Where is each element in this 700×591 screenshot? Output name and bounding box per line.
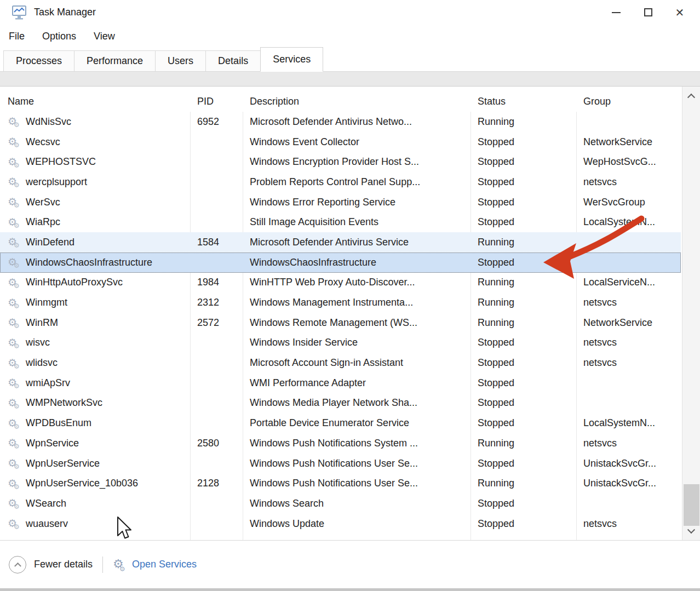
service-name: Wecsvc: [26, 136, 60, 148]
service-status: Running: [471, 277, 576, 288]
column-header-description[interactable]: Description: [243, 96, 471, 112]
service-row[interactable]: ⚙⚙ Wecsvc Windows Event Collector Stoppe…: [0, 132, 681, 152]
service-group: netsvcs: [576, 176, 681, 188]
tab-processes[interactable]: Processes: [3, 50, 74, 71]
tab-details[interactable]: Details: [205, 50, 261, 71]
maximize-icon: [644, 8, 652, 16]
service-status: Stopped: [471, 197, 576, 208]
service-name: WiaRpc: [26, 216, 60, 228]
minimize-button[interactable]: [600, 0, 632, 25]
service-gear-icon: ⚙⚙: [8, 216, 22, 229]
service-row[interactable]: ⚙⚙ WerSvc Windows Error Reporting Servic…: [0, 192, 681, 213]
service-gear-icon: ⚙⚙: [8, 135, 22, 148]
services-gear-icon: ⚙⚙: [113, 558, 128, 571]
service-row[interactable]: ⚙⚙ WMPNetworkSvc Windows Media Player Ne…: [0, 393, 681, 414]
fewer-details-button[interactable]: Fewer details: [9, 556, 93, 573]
service-status: Running: [471, 116, 576, 128]
service-gear-icon: ⚙⚙: [8, 196, 22, 209]
menu-file[interactable]: File: [8, 27, 26, 45]
service-group: netsvcs: [576, 357, 681, 369]
column-header-group[interactable]: Group: [576, 96, 681, 112]
service-name: WMPNetworkSvc: [26, 397, 102, 409]
service-group: LocalServiceN...: [576, 277, 681, 288]
service-row[interactable]: ⚙⚙ WpnUserService_10b036 2128 Windows Pu…: [0, 473, 681, 494]
service-group: NetworkService: [576, 136, 681, 148]
service-pid: 2572: [190, 317, 243, 329]
service-description: Windows Push Notifications User Se...: [243, 458, 471, 469]
window-controls: ✕: [600, 0, 696, 25]
service-name: WinHttpAutoProxySvc: [26, 277, 123, 288]
service-row[interactable]: ⚙⚙ WdNisSvc 6952 Microsoft Defender Anti…: [0, 112, 681, 132]
service-description: Still Image Acquisition Events: [243, 216, 471, 228]
window-title: Task Manager: [34, 7, 96, 18]
close-button[interactable]: ✕: [664, 0, 696, 25]
service-gear-icon: ⚙⚙: [8, 156, 22, 169]
service-name: WpnUserService_10b036: [26, 478, 138, 489]
open-services-link[interactable]: ⚙⚙ Open Services: [113, 558, 197, 571]
service-description: Windows Insider Service: [243, 337, 471, 348]
tab-users[interactable]: Users: [155, 50, 206, 71]
service-name: wisvc: [26, 337, 50, 348]
service-row[interactable]: ⚙⚙ WEPHOSTSVC Windows Encryption Provide…: [0, 152, 681, 172]
service-pid: 2312: [190, 297, 243, 308]
service-row[interactable]: ⚙⚙ wuauserv Windows Update Stopped netsv…: [0, 514, 681, 534]
service-status: Stopped: [471, 498, 576, 509]
column-header-pid[interactable]: PID: [190, 96, 243, 112]
service-row[interactable]: ⚙⚙ wercplsupport Problem Reports Control…: [0, 172, 681, 192]
service-pid: 2580: [190, 438, 243, 449]
tab-services[interactable]: Services: [260, 47, 323, 72]
service-row[interactable]: ⚙⚙ WinDefend 1584 Microsoft Defender Ant…: [0, 232, 681, 253]
service-group: LocalSystemN...: [576, 216, 681, 228]
service-status: Stopped: [471, 156, 576, 168]
service-row[interactable]: ⚙⚙ WinHttpAutoProxySvc 1984 WinHTTP Web …: [0, 273, 681, 293]
service-row[interactable]: ⚙⚙ wlidsvc Microsoft Account Sign-in Ass…: [0, 353, 681, 373]
service-row[interactable]: ⚙⚙ WindowsChaosInfrastructure WindowsCha…: [0, 253, 681, 273]
service-row[interactable]: ⚙⚙ Winmgmt 2312 Windows Management Instr…: [0, 292, 681, 313]
service-row[interactable]: ⚙⚙ WiaRpc Still Image Acquisition Events…: [0, 212, 681, 232]
menu-options[interactable]: Options: [41, 27, 77, 45]
service-group: WerSvcGroup: [576, 197, 681, 208]
service-name: WinDefend: [26, 237, 74, 248]
tab-bar: Processes Performance Users Details Serv…: [0, 48, 700, 72]
service-gear-icon: ⚙⚙: [8, 376, 22, 389]
scrollbar-thumb[interactable]: [684, 484, 699, 526]
service-row[interactable]: ⚙⚙ WPDBusEnum Portable Device Enumerator…: [0, 413, 681, 433]
service-description: Problem Reports Control Panel Supp...: [243, 176, 471, 188]
scroll-down-button[interactable]: [682, 524, 700, 538]
service-gear-icon: ⚙⚙: [8, 497, 22, 510]
service-name: WEPHOSTSVC: [26, 156, 96, 168]
menu-view[interactable]: View: [93, 27, 116, 45]
service-group: WepHostSvcG...: [576, 156, 681, 168]
service-status: Stopped: [471, 216, 576, 228]
service-row[interactable]: ⚙⚙ WpnService 2580 Windows Push Notifica…: [0, 433, 681, 454]
service-description: Windows Update: [243, 518, 471, 530]
service-status: Running: [471, 478, 576, 489]
maximize-button[interactable]: [632, 0, 664, 25]
tab-content-band: [0, 72, 700, 86]
tab-performance[interactable]: Performance: [74, 50, 156, 71]
service-row[interactable]: ⚙⚙ wmiApSrv WMI Performance Adapter Stop…: [0, 373, 681, 393]
service-description: Windows Push Notifications System ...: [243, 438, 471, 449]
scroll-up-button[interactable]: [682, 89, 700, 103]
service-row[interactable]: ⚙⚙ WinRM 2572 Windows Remote Management …: [0, 313, 681, 333]
vertical-scrollbar[interactable]: [682, 87, 700, 541]
service-status: Running: [471, 237, 576, 248]
service-description: WinHTTP Web Proxy Auto-Discover...: [243, 277, 471, 288]
service-row[interactable]: ⚙⚙ WpnUserService Windows Push Notificat…: [0, 454, 681, 474]
service-description: Windows Event Collector: [243, 136, 471, 148]
minimize-icon: [612, 12, 621, 13]
service-status: Stopped: [471, 377, 576, 389]
table-header: Name PID Description Status Group: [0, 87, 681, 112]
service-gear-icon: ⚙⚙: [8, 276, 22, 289]
service-group: netsvcs: [576, 518, 681, 530]
service-gear-icon: ⚙⚙: [8, 115, 22, 128]
service-name: wmiApSrv: [26, 377, 70, 389]
column-header-status[interactable]: Status: [471, 96, 576, 112]
service-gear-icon: ⚙⚙: [8, 457, 22, 470]
service-status: Running: [471, 297, 576, 308]
service-row[interactable]: ⚙⚙ WSearch Windows Search Stopped: [0, 494, 681, 514]
footer-bar: Fewer details ⚙⚙ Open Services: [0, 540, 700, 588]
service-row[interactable]: ⚙⚙ wisvc Windows Insider Service Stopped…: [0, 333, 681, 353]
service-description: Windows Search: [243, 498, 471, 509]
column-header-name[interactable]: Name: [0, 96, 190, 112]
